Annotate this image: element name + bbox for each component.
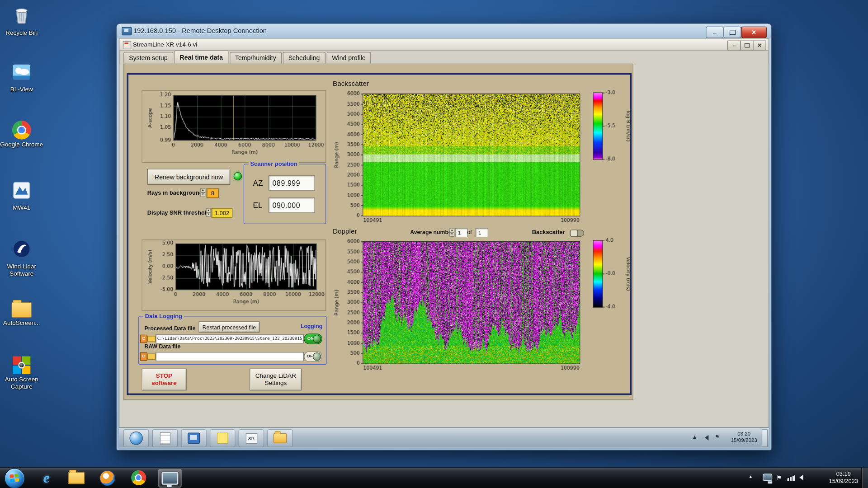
toggle-knob — [313, 352, 321, 361]
tray-rdp-icon[interactable] — [763, 474, 772, 481]
background-led-indicator — [234, 172, 242, 180]
tab-strip: System setup Real time data Temp/humidit… — [123, 51, 372, 64]
app-window-icon — [188, 433, 200, 444]
el-value-field[interactable]: 090.000 — [269, 197, 315, 213]
tray-network-icon[interactable] — [787, 475, 795, 481]
average-number-label: Average number — [410, 229, 453, 235]
internet-explorer-icon: e — [43, 470, 50, 485]
data-logging-title: Data Logging — [143, 313, 184, 319]
desktop-icon-google-chrome[interactable]: Google Chrome — [0, 121, 47, 148]
taskbar-chrome-button[interactable] — [127, 469, 150, 486]
renew-background-button[interactable]: Renew background now — [147, 169, 231, 185]
taskbar-explorer-button[interactable] — [65, 469, 87, 486]
average-number-field[interactable]: 1 — [455, 228, 468, 237]
desktop-icon-recycle-bin[interactable]: Recycle Bin — [0, 5, 47, 37]
remote-volume-icon[interactable] — [705, 435, 709, 440]
doppler-heading: Doppler — [333, 227, 357, 235]
remote-taskbar-notepad-button[interactable] — [152, 429, 178, 447]
change-lidar-settings-button[interactable]: Change LiDAR Settings — [250, 369, 302, 391]
processed-data-file-path[interactable]: C:\Lidar\Data\Proc\2023\202309\20230915\… — [156, 334, 304, 344]
desktop-icon-wind-lidar[interactable]: Wind Lidar Software — [0, 239, 47, 277]
snr-spinner[interactable]: ▲▼ — [206, 208, 211, 217]
desktop-icon-label: AutoScreen... — [0, 319, 47, 327]
remote-taskbar-xr-app-button[interactable]: XR — [239, 429, 264, 447]
desktop-icon-auto-screen-capture[interactable]: Auto Screen Capture — [0, 357, 47, 390]
stop-software-button[interactable]: STOP software — [142, 369, 186, 391]
backscatter-doppler-toggle[interactable] — [570, 230, 584, 237]
desktop-icon-label: BL-View — [0, 86, 47, 93]
remote-tray-up-arrow[interactable]: ▲ — [692, 434, 698, 440]
xr-app-icon: XR — [245, 433, 257, 443]
az-value-field[interactable]: 089.999 — [269, 175, 315, 191]
desktop-icon-autoscreen[interactable]: AutoScreen... — [0, 299, 47, 326]
remote-taskbar-app-button[interactable] — [181, 429, 206, 447]
processed-logging-toggle[interactable]: ON — [304, 333, 322, 344]
main-panel: Renew background now Rays in background … — [127, 73, 632, 395]
tab-wind-profile[interactable]: Wind profile — [326, 52, 371, 64]
drive-icon: C — [140, 335, 147, 343]
processed-data-file-label: Processed Data file — [145, 325, 196, 331]
app-titlebar[interactable]: StreamLine XR v14-6.vi — [119, 39, 768, 51]
desktop-icon-mw41[interactable]: MW41 — [0, 180, 47, 211]
restart-processed-file-button[interactable]: Restart processed file — [199, 321, 260, 332]
tray-flag-icon[interactable]: ⚑ — [776, 474, 782, 481]
browse-folder-icon[interactable] — [147, 353, 156, 359]
rdc-titlebar[interactable]: 192.168.0.150 - Remote Desktop Connectio… — [117, 24, 771, 38]
rdc-maximize-button[interactable] — [723, 27, 741, 38]
tab-real-time-data[interactable]: Real time data — [174, 50, 228, 63]
toggle-knob — [313, 335, 321, 343]
desktop-icon-label: Auto Screen Capture — [0, 375, 47, 390]
data-logging-group: Data Logging Processed Data file Restart… — [138, 316, 326, 365]
folder-icon — [274, 433, 287, 443]
taskbar-clock[interactable]: 03:19 15/09/2023 — [829, 470, 858, 485]
toggle-knob — [570, 230, 578, 237]
desktop-icon-bl-view[interactable]: BL-View — [0, 62, 47, 93]
taskbar-media-player-button[interactable] — [96, 469, 118, 486]
browser-icon — [130, 432, 143, 445]
app-close-button[interactable] — [753, 40, 766, 50]
snr-value[interactable]: 1.002 — [212, 208, 233, 218]
app-restore-button[interactable] — [740, 40, 753, 50]
streamline-app-window: StreamLine XR v14-6.vi System setup Real… — [119, 38, 769, 427]
rdc-minimize-button[interactable]: – — [706, 27, 723, 38]
snr-threshold-label: Display SNR threshold — [147, 209, 210, 216]
app-window-title: StreamLine XR v14-6.vi — [133, 41, 197, 48]
rays-spinner[interactable]: ▲▼ — [200, 188, 205, 197]
media-player-icon — [99, 470, 115, 485]
rdc-app-icon — [122, 27, 132, 35]
real-time-data-page: Renew background now Rays in background … — [123, 64, 633, 400]
app-minimize-button[interactable] — [727, 40, 741, 50]
average-total-field[interactable]: 1 — [476, 228, 488, 237]
remote-show-desktop-button[interactable] — [762, 429, 768, 447]
tab-temp-humidity[interactable]: Temp/humidity — [230, 52, 282, 64]
tray-up-arrow[interactable]: ▲ — [749, 474, 753, 479]
remote-taskbar: XR ▲ ⚑ 03:20 15/09/2023 — [119, 427, 769, 447]
velocity-plot — [142, 239, 326, 311]
backscatter-toggle-label: Backscatter — [532, 229, 565, 235]
host-taskbar: e ▲ ⚑ 03:19 15/09/2023 — [0, 467, 868, 488]
bl-view-icon — [12, 62, 32, 84]
raw-data-file-path[interactable] — [156, 352, 304, 361]
show-desktop-button[interactable] — [861, 468, 868, 488]
ascope-plot — [142, 90, 326, 163]
remote-taskbar-explorer-button[interactable] — [267, 429, 292, 447]
rays-value[interactable]: 8 — [207, 188, 219, 198]
remote-clock[interactable]: 03:20 15/09/2023 — [727, 431, 761, 444]
remote-taskbar-browser-button[interactable] — [123, 429, 149, 447]
folder-icon — [12, 302, 32, 318]
tab-system-setup[interactable]: System setup — [123, 52, 173, 64]
taskbar-rdp-button[interactable] — [158, 469, 181, 487]
tab-scheduling[interactable]: Scheduling — [283, 52, 325, 64]
chrome-icon — [12, 121, 31, 140]
tray-volume-icon[interactable] — [799, 475, 803, 480]
browse-folder-icon[interactable] — [147, 336, 156, 342]
average-number-spinner[interactable]: ▲▼ — [449, 228, 454, 237]
taskbar-ie-button[interactable]: e — [35, 469, 57, 486]
raw-data-file-label: RAW Data file — [145, 343, 181, 349]
remote-taskbar-notes-button[interactable] — [210, 429, 235, 447]
remote-flag-icon[interactable]: ⚑ — [715, 434, 720, 440]
raw-logging-toggle[interactable]: OFF — [304, 352, 322, 362]
desktop-icon-label: MW41 — [0, 204, 47, 211]
rdc-close-button[interactable]: × — [741, 27, 767, 38]
start-button[interactable] — [5, 468, 25, 488]
